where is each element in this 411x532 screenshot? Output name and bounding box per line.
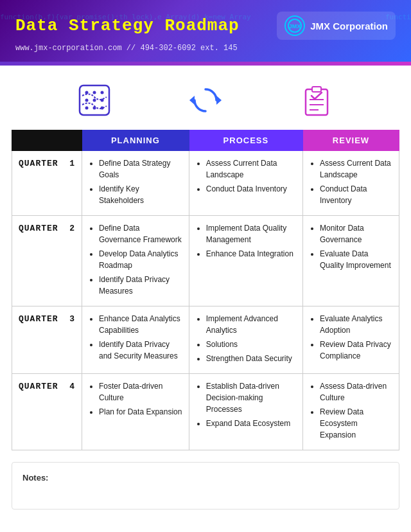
q2-process: Implement Data Quality Management Enhanc… (189, 216, 302, 306)
roadmap-table: PLANNING PROCESS REVIEW QUARTER 1 Define… (12, 130, 399, 450)
table-row: QUARTER 2 Define Data Governance Framewo… (12, 216, 399, 306)
q1-review: Assess Current Data Landscape Conduct Da… (303, 151, 399, 216)
table-row: QUARTER 1 Define Data Strategy Goals Ide… (12, 151, 399, 216)
q4-planning: Foster Data-driven Culture Plan for Data… (82, 374, 189, 450)
svg-point-9 (85, 107, 88, 110)
q2-planning: Define Data Governance Framework Develop… (82, 216, 189, 306)
svg-point-4 (92, 91, 96, 94)
logo-icon: JMX (284, 15, 305, 36)
col-header-empty (12, 130, 82, 151)
main-table-wrapper: PLANNING PROCESS REVIEW QUARTER 1 Define… (0, 130, 411, 450)
planning-icon-box (74, 80, 115, 121)
company-logo: JMX JMX Corporation (277, 12, 396, 40)
notes-section: Notes: (12, 462, 399, 510)
review-icon-box (296, 80, 337, 121)
process-icon-box (185, 80, 226, 121)
table-row: QUARTER 3 Enhance Data Analytics Capabil… (12, 306, 399, 374)
svg-marker-12 (216, 96, 222, 105)
q1-planning: Define Data Strategy Goals Identify Key … (82, 151, 189, 216)
q3-planning: Enhance Data Analytics Capabilities Iden… (82, 306, 189, 374)
svg-rect-14 (306, 89, 328, 115)
q2-review: Monitor Data Governance Evaluate Data Qu… (303, 216, 399, 306)
svg-point-5 (100, 91, 103, 94)
process-icon (188, 83, 223, 118)
svg-point-7 (92, 99, 96, 102)
contact-info: www.jmx-corporation.com // 494-302-6092 … (15, 44, 396, 53)
q1-process: Assess Current Data Landscape Conduct Da… (189, 151, 302, 216)
review-icon (299, 83, 334, 118)
quarter-label: QUARTER 2 (12, 216, 82, 306)
header: Data Strategy Roadmap JMX JMX Corporatio… (0, 0, 411, 62)
svg-marker-13 (189, 96, 195, 105)
quarter-label: QUARTER 4 (12, 374, 82, 450)
company-name: JMX Corporation (310, 21, 388, 31)
q3-review: Evaluate Analytics Adoption Review Data … (303, 306, 399, 374)
page-title: Data Strategy Roadmap (15, 16, 240, 35)
svg-point-6 (85, 99, 88, 102)
q4-review: Assess Data-driven Culture Review Data E… (303, 374, 399, 450)
svg-rect-15 (312, 87, 321, 92)
planning-icon (77, 83, 112, 118)
col-header-review: REVIEW (303, 130, 399, 151)
col-header-planning: PLANNING (82, 130, 189, 151)
q4-process: Establish Data-driven Decision-making Pr… (189, 374, 302, 450)
icons-section (0, 66, 411, 130)
col-header-process: PROCESS (189, 130, 302, 151)
quarter-label: QUARTER 3 (12, 306, 82, 374)
svg-text:JMX: JMX (289, 23, 301, 30)
q3-process: Implement Advanced Analytics Solutions S… (189, 306, 302, 374)
notes-label: Notes: (22, 473, 48, 483)
quarter-label: QUARTER 1 (12, 151, 82, 216)
table-row: QUARTER 4 Foster Data-driven Culture Pla… (12, 374, 399, 450)
